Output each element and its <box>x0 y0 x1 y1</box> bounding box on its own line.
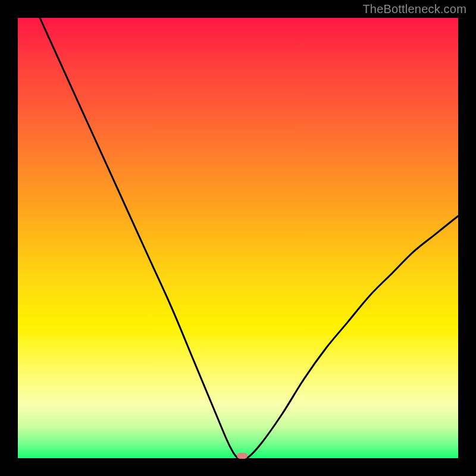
plot-area <box>18 18 458 458</box>
chart-frame: TheBottleneck.com <box>0 0 476 476</box>
minimum-marker <box>237 453 248 459</box>
bottleneck-curve <box>18 18 458 458</box>
watermark-label: TheBottleneck.com <box>362 2 466 16</box>
